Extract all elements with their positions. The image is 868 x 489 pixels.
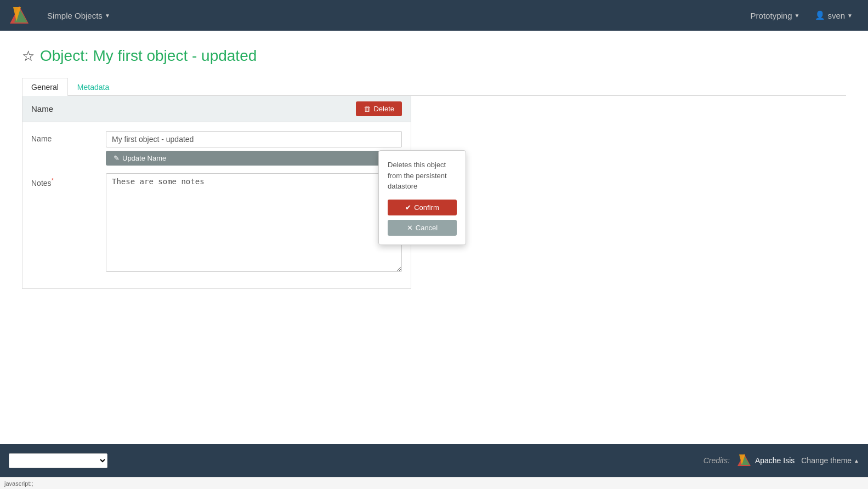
times-icon: ✕ <box>407 224 413 232</box>
edit-icon: ✎ <box>114 154 120 162</box>
name-field-col: ✎ Update Name <box>106 131 402 166</box>
tabs: General Metadata <box>22 78 846 96</box>
name-input[interactable] <box>106 131 402 147</box>
change-theme-button[interactable]: Change theme ▲ <box>801 456 859 465</box>
panel: Name 🗑 Delete Name ✎ Update Name <box>22 96 411 289</box>
navbar-right: Prototyping ▼ 👤 sven ▼ <box>744 7 859 24</box>
navbar: Simple Objects ▼ Prototyping ▼ 👤 sven ▼ <box>0 0 868 31</box>
prototyping-caret: ▼ <box>795 13 800 19</box>
change-theme-caret: ▲ <box>854 458 859 464</box>
tab-general[interactable]: General <box>22 78 68 96</box>
name-form-group: Name ✎ Update Name <box>31 131 402 166</box>
user-icon: 👤 <box>815 10 825 20</box>
simple-objects-menu[interactable]: Simple Objects ▼ <box>41 8 117 24</box>
notes-form-group: Notes* These are some notes <box>31 173 402 272</box>
brand <box>9 5 30 26</box>
main-content: ☆ Object: My first object - updated Gene… <box>0 31 868 444</box>
check-icon: ✔ <box>405 203 411 212</box>
brand-logo <box>9 5 30 26</box>
panel-body: Name ✎ Update Name Notes* These are some… <box>22 122 411 288</box>
notes-label: Notes* <box>31 173 97 187</box>
panel-header-title: Name <box>31 104 53 113</box>
page-title-area: ☆ Object: My first object - updated <box>22 47 846 65</box>
bookmark-icon[interactable]: ☆ <box>22 49 35 63</box>
update-name-button[interactable]: ✎ Update Name <box>106 151 402 166</box>
delete-button[interactable]: 🗑 Delete <box>356 101 402 116</box>
apache-isis-logo <box>736 453 752 468</box>
delete-popover: Deletes this object from the persistent … <box>378 150 466 245</box>
user-menu[interactable]: 👤 sven ▼ <box>808 7 859 24</box>
trash-icon: 🗑 <box>364 105 371 113</box>
status-bar: javascript:; <box>0 477 868 489</box>
panel-header: Name 🗑 Delete <box>22 96 411 122</box>
cancel-button[interactable]: ✕ Cancel <box>388 220 457 236</box>
tab-metadata[interactable]: Metadata <box>68 78 118 96</box>
simple-objects-caret: ▼ <box>105 13 110 19</box>
credits-label: Credits: <box>704 456 730 465</box>
apache-isis-label: Apache Isis <box>755 456 795 465</box>
theme-select[interactable] <box>9 453 107 468</box>
status-text: javascript:; <box>4 480 33 487</box>
apache-isis-credit: Apache Isis <box>736 453 795 468</box>
user-caret: ▼ <box>847 13 853 19</box>
footer: Credits: Apache Isis Change theme ▲ <box>0 444 868 477</box>
page-title: Object: My first object - updated <box>40 47 257 65</box>
popover-description: Deletes this object from the persistent … <box>388 160 457 192</box>
prototyping-menu[interactable]: Prototyping ▼ <box>744 8 807 24</box>
footer-right: Credits: Apache Isis Change theme ▲ <box>704 453 859 468</box>
footer-left <box>9 453 107 468</box>
notes-textarea[interactable]: These are some notes <box>106 173 402 272</box>
name-label: Name <box>31 131 97 143</box>
confirm-button[interactable]: ✔ Confirm <box>388 200 457 215</box>
